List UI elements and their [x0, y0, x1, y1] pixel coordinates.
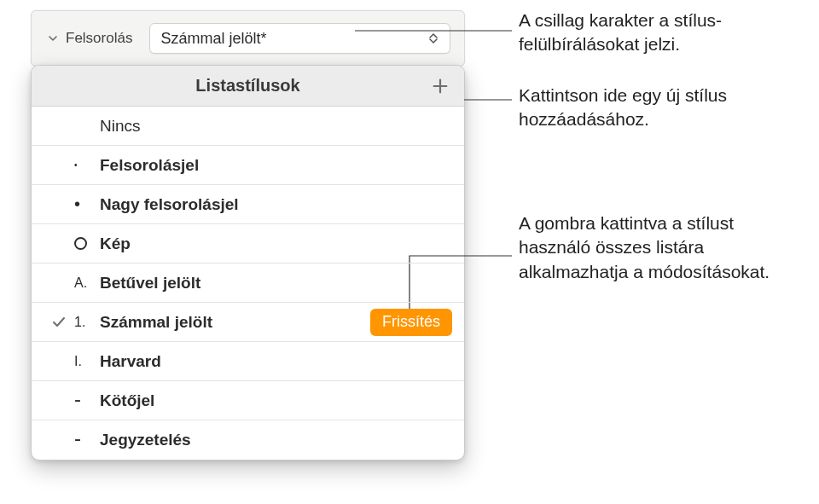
- bullet-marker: 1.: [74, 315, 100, 330]
- popover-header: Listastílusok: [32, 66, 464, 107]
- list-item[interactable]: I. Harvard: [32, 342, 464, 381]
- popover-title: Listastílusok: [195, 76, 299, 96]
- bullets-label: Felsorolás: [66, 30, 132, 47]
- bullets-row: Felsorolás Számmal jelölt*: [32, 23, 464, 66]
- bullet-marker: [74, 237, 100, 250]
- list-styles-popover: Listastílusok Nincs • Felsorolásjel • Na…: [31, 65, 465, 461]
- bullet-marker: •: [74, 160, 100, 170]
- bullet-marker: I.: [74, 354, 100, 369]
- checkmark-icon: [44, 315, 74, 330]
- add-style-button[interactable]: [428, 74, 452, 98]
- list-item[interactable]: - Jegyzetelés: [32, 420, 464, 460]
- bottom-toolbar-fragment: [31, 484, 465, 499]
- list-style-select[interactable]: Számmal jelölt*: [149, 23, 450, 54]
- annotation-add: Kattintson ide egy új stílus hozzáadásáh…: [519, 84, 800, 132]
- list-item-label: Kép: [100, 235, 452, 253]
- list-item-label: Nagy felsorolásjel: [100, 195, 452, 214]
- list-item[interactable]: Kép: [32, 224, 464, 264]
- style-list[interactable]: Nincs • Felsorolásjel • Nagy felsorolásj…: [32, 107, 464, 460]
- list-item-label: Harvard: [100, 352, 452, 371]
- list-item[interactable]: • Felsorolásjel: [32, 146, 464, 185]
- list-item[interactable]: • Nagy felsorolásjel: [32, 185, 464, 224]
- list-style-select-wrap: Számmal jelölt*: [149, 23, 450, 54]
- annotation-asterisk: A csillag karakter a stílus-felülbírálás…: [519, 9, 800, 57]
- list-item[interactable]: 1. Számmal jelölt Frissítés: [32, 303, 464, 342]
- select-chevrons-icon: [427, 31, 439, 46]
- list-item[interactable]: Nincs: [32, 107, 464, 146]
- bullet-marker: A.: [74, 275, 100, 291]
- list-item-label: Felsorolásjel: [100, 156, 452, 175]
- annotation-update: A gombra kattintva a stílust használó ös…: [519, 211, 800, 284]
- list-item-label: Kötőjel: [100, 391, 452, 410]
- update-style-button[interactable]: Frissítés: [370, 309, 452, 336]
- list-item-label: Nincs: [100, 117, 452, 136]
- inspector-panel: Felsorolás Számmal jelölt*: [31, 10, 465, 67]
- list-item-label: Jegyzetelés: [100, 431, 452, 449]
- bullet-marker: •: [74, 194, 100, 214]
- list-item-label: Számmal jelölt: [100, 313, 370, 332]
- list-item[interactable]: - Kötőjel: [32, 381, 464, 420]
- list-item-label: Betűvel jelölt: [100, 274, 452, 293]
- list-item[interactable]: A. Betűvel jelölt: [32, 264, 464, 303]
- ring-icon: [74, 237, 87, 250]
- disclosure-chevron-icon[interactable]: [45, 31, 61, 46]
- list-style-select-value: Számmal jelölt*: [160, 30, 266, 48]
